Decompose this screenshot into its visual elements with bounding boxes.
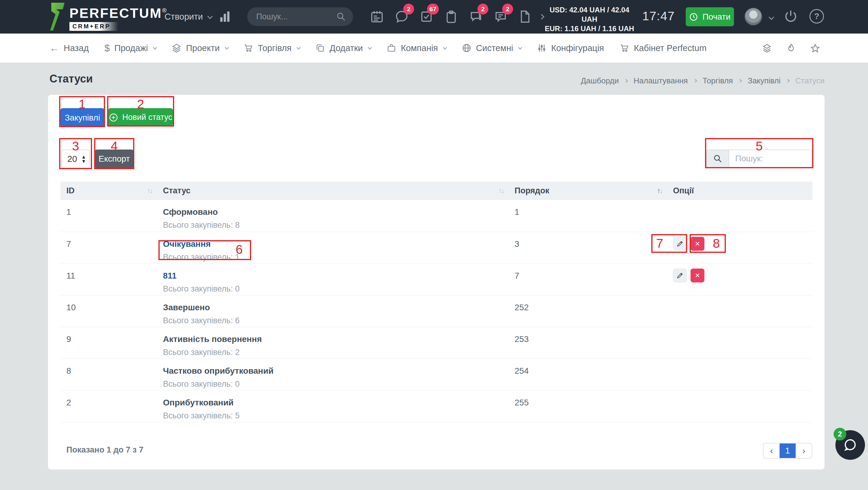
layers-icon [172,43,181,53]
cart-icon [244,43,253,53]
nav-item-company[interactable]: Компанія [386,43,446,53]
export-button[interactable]: Експорт [95,149,133,168]
global-search[interactable] [247,7,353,26]
document-icon[interactable] [518,10,532,24]
breadcrumb-item[interactable]: Дашборди [581,76,619,86]
breadcrumb-item[interactable]: Закупівлі [748,76,780,86]
flame-icon[interactable] [786,43,796,54]
pagination: ‹ 1 › [763,443,812,459]
table-search [706,149,812,168]
cart-icon [620,43,629,53]
close-icon: × [695,239,700,248]
calendar-icon[interactable] [370,10,384,24]
chevron-down-icon [518,46,522,50]
status-subtext: Всього закупівель: 1 [163,253,504,262]
chevron-down-icon [153,46,157,50]
table-row: 9 Активність повернення Всього закупівел… [60,327,812,358]
status-subtext: Всього закупівель: 2 [163,348,504,357]
nav-item-addons[interactable]: Додатки [315,43,371,53]
chat-notifications-icon[interactable]: 2 [395,10,409,24]
currency-eur: EUR: 1.16 UAH / 1.16 UAH [543,24,636,33]
comments-icon[interactable]: 2 [494,10,508,24]
status-name: Завершено [163,303,504,312]
star-icon[interactable] [810,43,820,54]
nav-back[interactable]: ← Назад [50,42,89,54]
top-header: PERFECTUM® CRM+ERP Створити [0,0,868,33]
create-menu[interactable]: Створити [164,0,212,33]
status-order: 7 [508,263,667,295]
main-nav: ← Назад $ Продажі Проекти Торгівля Додат… [0,33,868,63]
sliders-icon [537,43,547,53]
breadcrumb-item[interactable]: Налаштування [633,76,688,86]
chevron-down-icon [224,46,229,50]
status-link[interactable]: Очікування [163,239,504,249]
table-row: 1 Сформовано Всього закупівель: 8 1 [60,200,812,232]
pagination-prev[interactable]: ‹ [764,443,780,458]
avatar-chevron-icon[interactable] [769,15,774,20]
status-name: Активність повернення [163,335,504,344]
nav-item-trade[interactable]: Торгівля [244,43,300,53]
nav-item-sales[interactable]: $ Продажі [104,42,156,54]
status-order: 252 [508,295,667,327]
clock-time: 17:47 [642,9,675,23]
dialogs-icon[interactable]: 2 [469,10,483,24]
nav-item-cabinet[interactable]: Кабінет Perfectum [620,43,707,53]
avatar[interactable] [744,7,763,26]
status-link[interactable]: 811 [163,271,504,281]
status-subtext: Всього закупівель: 8 [163,221,504,230]
delete-status-button[interactable]: × [690,237,705,251]
edit-status-button[interactable] [673,268,687,283]
table-row: 11 811 Всього закупівель: 0 7 × [60,263,812,295]
copy-icon [315,43,325,53]
currency-rates[interactable]: USD: 42.04 UAH / 42.04 UAH EUR: 1.16 UAH… [543,5,636,33]
pagination-page-1[interactable]: 1 [780,443,796,458]
breadcrumb-item[interactable]: Торгівля [703,76,733,86]
status-id: 11 [60,263,157,295]
pagination-next[interactable]: › [796,443,812,458]
column-header-id[interactable]: ID ↑↓ [60,181,157,200]
column-header-status[interactable]: Статус ↑↓ [157,181,508,200]
table-row: 7 Очікування Всього закупівель: 1 3 × [60,232,812,263]
column-header-order[interactable]: Порядок ↑↓ [508,181,667,200]
statistics-icon[interactable] [218,10,232,24]
perfectum-logo-icon [50,3,65,30]
purchases-tab-button[interactable]: Закупівлі [60,108,104,127]
statuses-table: ID ↑↓ Статус ↑↓ Порядок ↑↓ Опції 1 Сформ… [60,181,812,422]
logout-icon[interactable] [783,9,798,24]
breadcrumb: Дашборди Налаштування Торгівля Закупівлі… [581,76,825,86]
status-name: Частково оприбуткований [163,366,504,376]
chevron-right-icon [624,79,628,83]
new-status-button[interactable]: Новий статус [108,108,173,126]
search-icon [336,12,346,22]
dialogs-badge: 2 [477,4,488,15]
page-size-select[interactable]: 20 ▴▾ [61,149,90,168]
chevron-down-icon [443,46,447,50]
delete-status-button[interactable]: × [690,268,705,283]
stack-icon[interactable] [762,43,772,54]
nav-item-configuration[interactable]: Конфігурація [537,43,604,53]
pencil-icon [676,240,684,248]
briefcase-icon [386,43,396,53]
table-search-input[interactable] [728,149,812,168]
select-arrows-icon: ▴▾ [82,154,85,164]
chat-widget-button[interactable]: 2 [835,430,865,460]
chat-badge: 2 [403,4,414,15]
table-summary: Показано 1 до 7 з 7 [66,445,143,455]
status-name: Оприбуткований [163,398,504,407]
nav-item-system[interactable]: Системні [462,43,521,53]
logo[interactable]: PERFECTUM® CRM+ERP [50,3,167,31]
start-timer-button[interactable]: Почати [686,7,734,26]
help-icon[interactable]: ? [809,9,824,24]
chevron-down-icon [297,46,301,50]
clock-icon [689,12,698,22]
breadcrumb-item-current: Статуси [795,76,825,86]
tasks-icon[interactable]: 67 [420,10,433,24]
brand-name: PERFECTUM® [69,3,167,21]
clipboard-icon[interactable] [444,10,458,24]
status-order: 253 [508,327,667,358]
status-subtext: Всього закупівель: 0 [163,284,504,294]
brand-subtitle: CRM+ERP [69,22,118,31]
global-search-input[interactable] [256,12,332,22]
nav-item-projects[interactable]: Проекти [172,43,228,53]
edit-status-button[interactable] [673,237,687,251]
